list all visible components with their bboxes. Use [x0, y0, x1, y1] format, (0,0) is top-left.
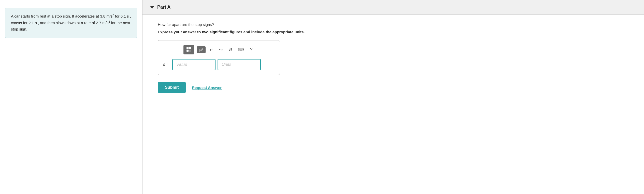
right-panel: Part A How far apart are the stop signs?…: [142, 0, 644, 194]
help-button[interactable]: ?: [249, 46, 254, 53]
answer-box: μÅ ↩ ↪ ↺ ⌨: [158, 40, 280, 75]
question-text: How far apart are the stop signs?: [158, 22, 629, 27]
undo-icon: ↩: [210, 47, 213, 53]
keyboard-icon: ⌨: [238, 47, 245, 53]
chevron-down-icon[interactable]: [150, 6, 154, 9]
grid-icon: [186, 47, 192, 53]
svg-rect-1: [189, 47, 191, 49]
redo-button[interactable]: ↪: [218, 46, 224, 54]
problem-text: A car starts from rest at a stop sign. I…: [11, 14, 131, 31]
left-panel: A car starts from rest at a stop sign. I…: [0, 0, 142, 194]
part-title: Part A: [157, 5, 170, 10]
keyboard-button[interactable]: ⌨: [236, 46, 246, 54]
redo-icon: ↪: [219, 47, 223, 53]
toolbar: μÅ ↩ ↪ ↺ ⌨: [163, 45, 275, 54]
request-answer-button[interactable]: Request Answer: [192, 85, 222, 90]
part-header: Part A: [142, 0, 644, 15]
input-row: s =: [163, 59, 275, 70]
submit-button[interactable]: Submit: [158, 82, 186, 93]
problem-box: A car starts from rest at a stop sign. I…: [5, 8, 137, 38]
mu-a-icon: μÅ: [199, 48, 203, 52]
value-input[interactable]: [172, 59, 216, 70]
undo-button[interactable]: ↩: [208, 46, 215, 54]
mu-angstrom-button[interactable]: μÅ: [197, 46, 205, 53]
instruction-text: Express your answer to two significant f…: [158, 30, 629, 34]
equation-label: s =: [163, 62, 169, 67]
svg-rect-3: [189, 50, 191, 52]
refresh-icon: ↺: [228, 47, 232, 53]
help-icon: ?: [250, 47, 253, 52]
svg-rect-0: [187, 47, 189, 49]
svg-rect-2: [187, 50, 189, 52]
action-row: Submit Request Answer: [158, 82, 629, 93]
part-content: How far apart are the stop signs? Expres…: [142, 15, 644, 100]
units-input[interactable]: [218, 59, 261, 70]
reset-button[interactable]: ↺: [227, 46, 234, 54]
matrix-button[interactable]: [183, 45, 194, 54]
